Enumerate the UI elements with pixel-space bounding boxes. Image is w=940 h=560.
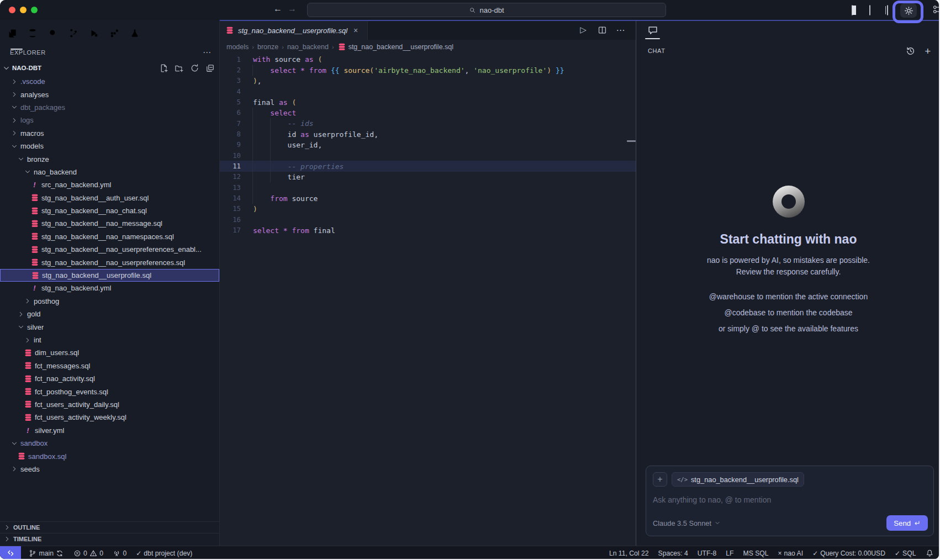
- search-icon[interactable]: [45, 25, 61, 41]
- encoding[interactable]: UTF-8: [698, 546, 717, 560]
- code-editor[interactable]: 1with source as (2 select * from {{ sour…: [220, 54, 636, 546]
- new-folder-icon[interactable]: [175, 64, 184, 73]
- ports-status[interactable]: 0: [113, 546, 126, 560]
- sql-status[interactable]: ✓SQL: [895, 546, 916, 560]
- collapse-folders-icon[interactable]: [205, 64, 215, 73]
- run-debug-icon[interactable]: [86, 25, 102, 41]
- context-file-chip[interactable]: </> stg_nao_backend__userprofile.sql: [672, 472, 804, 487]
- breadcrumb-item[interactable]: nao_backend: [287, 43, 329, 51]
- more-actions-button[interactable]: ⋯: [616, 25, 626, 35]
- forward-arrow-button[interactable]: →: [286, 4, 298, 14]
- tree-file-stg_nao_backend__nao_chat.sql[interactable]: stg_nao_backend__nao_chat.sql: [0, 204, 219, 217]
- project-root-row[interactable]: NAO-DBT: [2, 62, 215, 74]
- tree-folder-bronze[interactable]: bronze: [0, 152, 219, 165]
- toggle-bottom-panel-button[interactable]: [869, 6, 870, 15]
- close-tab-icon[interactable]: ×: [353, 26, 358, 35]
- scrollbar-marker[interactable]: [627, 140, 636, 142]
- extensions-icon[interactable]: [107, 25, 122, 41]
- tree-file-fct_messages.sql[interactable]: fct_messages.sql: [0, 360, 219, 372]
- tree-file-stg_nao_backend__nao_namespaces.sql[interactable]: stg_nao_backend__nao_namespaces.sql: [0, 230, 219, 243]
- indentation[interactable]: Spaces: 4: [658, 546, 688, 560]
- outline-section-header[interactable]: OUTLINE: [0, 521, 219, 533]
- history-icon[interactable]: [905, 46, 916, 56]
- tab-active[interactable]: stg_nao_backend__userprofile.sql ×: [220, 21, 368, 40]
- breadcrumb-item[interactable]: models: [226, 43, 249, 51]
- timeline-section-header[interactable]: TIMELINE: [0, 533, 219, 545]
- comment-icon[interactable]: [647, 24, 659, 36]
- notifications-bell[interactable]: [926, 546, 934, 560]
- toggle-right-panel-button[interactable]: [887, 6, 888, 15]
- tree-folder-nao_backend[interactable]: nao_backend: [0, 166, 219, 178]
- tree-folder-posthog[interactable]: posthog: [0, 295, 219, 308]
- breadcrumb-item-file[interactable]: stg_nao_backend__userprofile.sql: [337, 43, 453, 51]
- tree-folder-int[interactable]: int: [0, 334, 219, 346]
- tree-folder-analyses[interactable]: analyses: [0, 88, 219, 101]
- tree-file-fct_users_activity_weekly.sql[interactable]: fct_users_activity_weekly.sql: [0, 411, 219, 424]
- breadcrumb-item[interactable]: bronze: [257, 43, 278, 51]
- tree-folder-dbt_packages[interactable]: dbt_packages: [0, 101, 219, 114]
- tree-file-fct_posthog_events.sql[interactable]: fct_posthog_events.sql: [0, 385, 219, 398]
- code-line[interactable]: 16: [220, 214, 636, 225]
- back-arrow-button[interactable]: ←: [272, 4, 284, 14]
- code-line[interactable]: 8 id as userprofile_id,: [220, 129, 636, 139]
- tree-file-stg_nao_backend__nao_userpreferences.sql[interactable]: stg_nao_backend__nao_userpreferences.sql: [0, 256, 219, 268]
- git-branch-status[interactable]: main: [29, 546, 64, 560]
- eol[interactable]: LF: [726, 546, 733, 560]
- tree-folder-sandbox[interactable]: sandbox: [0, 437, 219, 450]
- tree-folder-gold[interactable]: gold: [0, 308, 219, 320]
- tree-file-stg_nao_backend__nao_message.sql[interactable]: stg_nao_backend__nao_message.sql: [0, 217, 219, 230]
- code-line[interactable]: 13: [220, 182, 636, 193]
- tree-folder-macros[interactable]: macros: [0, 127, 219, 140]
- code-line[interactable]: 6 select: [220, 108, 636, 118]
- code-line[interactable]: 12 tier: [220, 172, 636, 182]
- code-line[interactable]: 17select * from final: [220, 225, 636, 236]
- tree-folder-.vscode[interactable]: .vscode: [0, 75, 219, 88]
- tree-file-sandbox.sql[interactable]: sandbox.sql: [0, 450, 219, 462]
- tree-file-src_nao_backend.yml[interactable]: !src_nao_backend.yml: [0, 178, 219, 191]
- tree-file-silver.yml[interactable]: !silver.yml: [0, 424, 219, 437]
- cursor-position[interactable]: Ln 11, Col 22: [609, 546, 649, 560]
- minimize-window-button[interactable]: [20, 7, 27, 13]
- dbt-status[interactable]: ✓dbt project (dev): [136, 546, 192, 560]
- tree-file-stg_nao_backend__nao_userpreferences_enabl...[interactable]: stg_nao_backend__nao_userpreferences_ena…: [0, 243, 219, 256]
- code-line[interactable]: 3),: [220, 76, 636, 86]
- database-icon[interactable]: [25, 25, 40, 41]
- query-cost[interactable]: ✓Query Cost: 0.00USD: [812, 546, 885, 560]
- code-line[interactable]: 5final as (: [220, 97, 636, 107]
- tree-file-fct_nao_activity.sql[interactable]: fct_nao_activity.sql: [0, 372, 219, 385]
- zoom-window-button[interactable]: [31, 7, 38, 13]
- refresh-explorer-icon[interactable]: [190, 64, 199, 73]
- code-line[interactable]: 10: [220, 150, 636, 161]
- new-chat-icon[interactable]: +: [925, 46, 931, 56]
- tree-file-fct_users_activity_daily.sql[interactable]: fct_users_activity_daily.sql: [0, 398, 219, 411]
- code-line[interactable]: 9 user_id,: [220, 140, 636, 150]
- code-line[interactable]: 14 from source: [220, 193, 636, 203]
- language-mode[interactable]: MS SQL: [743, 546, 768, 560]
- explorer-files-icon[interactable]: [4, 25, 20, 41]
- model-select[interactable]: Claude 3.5 Sonnet: [653, 519, 721, 527]
- code-line[interactable]: 2 select * from {{ source('airbyte_nao_b…: [220, 65, 636, 75]
- source-control-icon[interactable]: [66, 25, 81, 41]
- tree-file-stg_nao_backend__userprofile.sql[interactable]: stg_nao_backend__userprofile.sql: [0, 269, 219, 282]
- send-button[interactable]: Send ↵: [886, 515, 928, 531]
- code-line[interactable]: 15): [220, 204, 636, 214]
- tree-folder-models[interactable]: models: [0, 140, 219, 152]
- tree-folder-snapshots[interactable]: snapshots: [0, 476, 219, 479]
- settings-gear-button[interactable]: [900, 3, 917, 18]
- new-file-icon[interactable]: [159, 64, 168, 73]
- run-button[interactable]: ▷: [578, 25, 588, 35]
- tree-folder-seeds[interactable]: seeds: [0, 463, 219, 476]
- problems-status[interactable]: 00: [73, 546, 103, 560]
- beaker-icon[interactable]: [127, 25, 142, 41]
- account-icon[interactable]: [931, 4, 940, 14]
- close-window-button[interactable]: [9, 7, 15, 13]
- command-center-search[interactable]: nao-dbt: [307, 3, 666, 17]
- chat-input[interactable]: Ask anything to nao, @ to mention: [653, 495, 927, 504]
- code-line[interactable]: 4: [220, 86, 636, 97]
- tree-file-dim_users.sql[interactable]: dim_users.sql: [0, 346, 219, 359]
- code-line-current[interactable]: 11 -- properties: [220, 161, 636, 171]
- explorer-more-button[interactable]: ⋯: [203, 47, 212, 57]
- remote-indicator[interactable]: [0, 546, 21, 560]
- tree-file-stg_nao_backend.yml[interactable]: !stg_nao_backend.yml: [0, 282, 219, 294]
- code-line[interactable]: 7 -- ids: [220, 118, 636, 129]
